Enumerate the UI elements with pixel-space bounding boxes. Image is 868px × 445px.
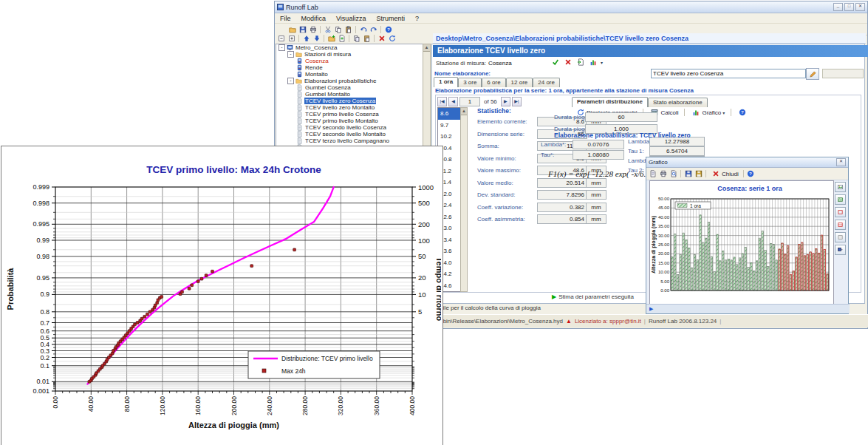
separator (355, 26, 356, 33)
license-icon: ▲ (566, 318, 572, 325)
print-icon[interactable] (308, 25, 318, 34)
svg-text:0.01: 0.01 (36, 378, 49, 385)
menu-modifica[interactable]: Modifica (296, 15, 332, 22)
prev-page-button[interactable]: ◀ (448, 97, 458, 106)
help-icon[interactable]: ? (746, 169, 756, 178)
app-titlebar[interactable]: Runoff Lab _ □ ✕ (275, 1, 867, 13)
save-as-icon[interactable] (694, 169, 703, 178)
series-value-row[interactable]: 9.7 (438, 120, 460, 132)
confirm-icon[interactable] (550, 58, 560, 67)
export-icon[interactable] (575, 58, 585, 67)
paste-icon[interactable] (344, 25, 353, 34)
scroll-up-icon[interactable]: ▲ (461, 108, 467, 115)
param-tab-0[interactable]: Parametri distribuzione (572, 97, 648, 107)
help-icon[interactable]: ? (383, 25, 393, 34)
save-icon[interactable] (683, 169, 693, 178)
paste-node-icon[interactable] (362, 34, 372, 43)
add-item-icon[interactable] (337, 34, 346, 43)
grafico-button[interactable]: Grafico▾ (688, 108, 727, 117)
redo-icon[interactable] (369, 25, 378, 34)
copy-node-icon[interactable] (352, 34, 361, 43)
tree-item[interactable]: -Metro_Cosenza (276, 44, 423, 51)
tab-24-ore[interactable]: 24 ore (533, 78, 560, 87)
color-picker-button[interactable] (835, 245, 846, 255)
tree-item[interactable]: TCEV terzo livello Campagnano (276, 137, 423, 144)
report-icon[interactable] (648, 169, 657, 178)
chevron-down-icon[interactable]: ▾ (601, 60, 603, 65)
series-value-row[interactable]: 10.2 (438, 131, 460, 143)
move-down-icon[interactable] (312, 34, 321, 43)
close-button[interactable]: ✕ (855, 3, 865, 11)
new-icon[interactable] (277, 25, 287, 34)
tree-item[interactable]: TCEV secondo livello Cosenza (276, 124, 423, 131)
open-icon[interactable] (287, 25, 297, 34)
stat-row: Valore massimo: (477, 167, 521, 174)
add-folder-icon[interactable] (327, 34, 336, 43)
maximize-button[interactable]: □ (844, 3, 854, 11)
expand-icon[interactable] (287, 34, 296, 43)
tree-item[interactable]: Montalto (276, 71, 423, 78)
series-value-row[interactable]: 8.6 (438, 108, 460, 120)
stat-label: Elemento corrente: (477, 118, 527, 125)
pencil-icon (810, 71, 816, 78)
undo-icon[interactable] (358, 25, 368, 34)
svg-text:35.00: 35.00 (658, 224, 670, 228)
name-input[interactable] (651, 69, 806, 78)
menu-strumenti[interactable]: Strumenti (371, 15, 410, 22)
tab-1-ora[interactable]: 1 ora (434, 77, 458, 87)
chart-icon[interactable] (588, 58, 598, 67)
refresh-icon[interactable] (387, 34, 397, 43)
tree-item[interactable]: -Stazioni di misura (276, 51, 423, 58)
print-icon[interactable] (658, 169, 668, 178)
menu-visualizza[interactable]: Visualizza (331, 15, 371, 22)
tree-item[interactable]: Gumbel Cosenza (276, 84, 423, 91)
tree-item[interactable]: TCEV primo livello Cosenza (276, 111, 423, 118)
stat-label: Valore medio: (477, 180, 513, 186)
grafico-titlebar[interactable]: Grafico ✕ (646, 157, 848, 168)
scroll-up-icon[interactable]: ▲ (423, 44, 430, 52)
expander-icon[interactable]: - (278, 44, 285, 51)
cancel-icon[interactable] (563, 58, 573, 67)
expander-icon[interactable]: - (287, 78, 294, 84)
expander-icon[interactable]: - (287, 51, 294, 58)
export-image-button[interactable] (835, 182, 846, 192)
tab-12-ore[interactable]: 12 ore (506, 78, 533, 87)
tree-item[interactable]: TCEV secondo livello Montalto (276, 131, 423, 137)
collapse-icon[interactable] (276, 34, 286, 43)
first-page-button[interactable]: |◀ (437, 97, 447, 106)
red-frame-button[interactable] (835, 207, 846, 217)
tree-item[interactable]: TCEV livello zero Cosenza (276, 98, 423, 104)
tree-item[interactable]: Rende (276, 64, 423, 71)
next-page-button[interactable]: ▶ (501, 97, 510, 106)
save-icon[interactable] (298, 25, 307, 34)
param-tab-1[interactable]: Stato elaborazione (648, 98, 708, 107)
hatch-toggle-button[interactable] (835, 194, 846, 205)
edit-name-button[interactable] (806, 68, 819, 80)
preview-icon[interactable] (669, 169, 678, 178)
menu-file[interactable]: File (275, 15, 296, 22)
delete-icon[interactable] (377, 34, 386, 43)
red-frame-2-button[interactable] (835, 220, 846, 230)
grafico-close-button[interactable]: ✕ (836, 158, 846, 166)
gray-frame-button[interactable] (835, 232, 846, 242)
svg-text:120.00: 120.00 (159, 396, 166, 415)
move-up-icon[interactable] (301, 34, 311, 43)
tree-item[interactable]: Gumbel Montalto (276, 91, 423, 98)
cut-icon[interactable] (323, 25, 332, 34)
series-list-scrollbar[interactable]: ▲ (460, 107, 468, 292)
svg-text:160.00: 160.00 (194, 396, 202, 415)
tree-item[interactable]: TCEV livello zero Montalto (276, 104, 423, 111)
chiudi-button[interactable]: Chiudi (708, 169, 741, 178)
separator (324, 35, 324, 42)
tree-item[interactable]: Cosenza (276, 58, 423, 64)
series-tabs: 1 ora3 ore6 ore12 ore24 ore (434, 77, 560, 87)
help-button[interactable]: ? (735, 108, 751, 117)
copy-icon[interactable] (333, 25, 343, 34)
tree-item[interactable]: -Elaborazioni probabilistiche (276, 78, 423, 84)
tab-3-ore[interactable]: 3 ore (458, 78, 482, 87)
last-page-button[interactable]: ▶| (512, 97, 522, 106)
minimize-button[interactable]: _ (833, 3, 843, 11)
tree-item[interactable]: TCEV primo livello Montalto (276, 118, 423, 124)
tab-6-ore[interactable]: 6 ore (482, 78, 505, 87)
menu-[interactable]: ? (410, 15, 424, 22)
